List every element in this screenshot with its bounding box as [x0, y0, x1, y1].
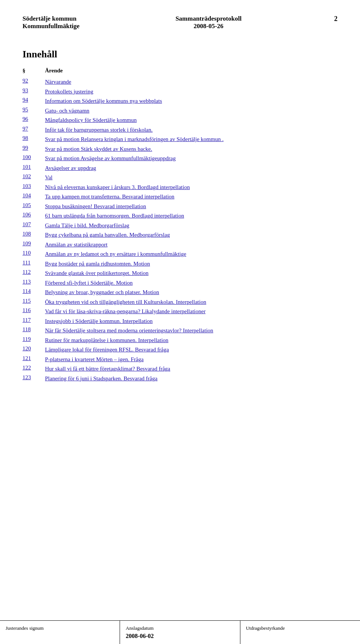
toc-item-num[interactable]: 113: [22, 279, 45, 285]
toc-item-text[interactable]: Närvarande: [45, 78, 338, 86]
toc-item-num[interactable]: 92: [22, 78, 45, 84]
toc-row: 123Planering för 6 juni i Stadsparken. B…: [22, 374, 338, 383]
toc-row: 105Stoppa busåkningen! Besvarad interpel…: [22, 202, 338, 211]
toc-item-text[interactable]: Inför tak för barngruppernas storlek i f…: [45, 126, 338, 134]
toc-item-text[interactable]: Öka tryggheten vid och tillgängligheten …: [45, 298, 338, 306]
toc-item-text[interactable]: Rutiner för markupplåtelse i kommunen. I…: [45, 336, 338, 345]
toc-item-text[interactable]: Svävande glastak över politikertorget. M…: [45, 269, 338, 278]
toc-item-text[interactable]: Stoppa busåkningen! Besvarad interpellat…: [45, 202, 338, 211]
toc-row: 110Anmälan av ny ledamot och ny ersättar…: [22, 250, 338, 258]
toc-item-num[interactable]: 123: [22, 374, 45, 381]
toc-row: 98Svar på motion Relansera kringlan i ma…: [22, 135, 338, 144]
toc-item-num[interactable]: 104: [22, 192, 45, 199]
toc-row: 119Rutiner för markupplåtelse i kommunen…: [22, 336, 338, 345]
toc-item-text[interactable]: Val: [45, 173, 338, 182]
toc-row: 111Bygg bostäder på gamla ridhustomten. …: [22, 260, 338, 268]
toc-row: 99Svar på motion Stärk skyddet av Kusens…: [22, 145, 338, 153]
toc-item-num[interactable]: 106: [22, 212, 45, 218]
toc-row: 117Instegsjobb i Södertälje kommun. Inte…: [22, 317, 338, 326]
toc-item-num[interactable]: 99: [22, 145, 45, 151]
toc-row: 10661 barn utslängda från barnomsorgen. …: [22, 212, 338, 220]
toc-item-text[interactable]: Instegsjobb i Södertälje kommun. Interpe…: [45, 317, 338, 326]
contents-column-headers: § Ärende: [22, 68, 338, 74]
toc-item-num[interactable]: 111: [22, 260, 45, 266]
toc-item-num[interactable]: 95: [22, 107, 45, 113]
toc-item-num[interactable]: 115: [22, 298, 45, 304]
toc-item-num[interactable]: 96: [22, 116, 45, 122]
toc-item-num[interactable]: 103: [22, 183, 45, 189]
col-header-num: §: [22, 68, 45, 74]
toc-row: 113Förbered sfi-lyftet i Södertälje. Mot…: [22, 279, 338, 287]
toc-row: 102Val: [22, 173, 338, 182]
toc-row: 93Protokollets justering: [22, 87, 338, 96]
page-number: 2: [334, 15, 338, 23]
toc-item-text[interactable]: Vad får vi för läsa-skriva-räkna-pengarn…: [45, 307, 338, 316]
toc-item-text[interactable]: Svar på motion Stärk skyddet av Kusens b…: [45, 145, 338, 153]
toc-item-num[interactable]: 112: [22, 269, 45, 275]
toc-item-num[interactable]: 122: [22, 365, 45, 371]
toc-item-num[interactable]: 121: [22, 355, 45, 362]
toc-item-text[interactable]: Avsägelser av uppdrag: [45, 164, 338, 173]
toc-item-num[interactable]: 105: [22, 202, 45, 209]
toc-item-text[interactable]: Anmälan av ny ledamot och ny ersättare i…: [45, 250, 338, 258]
toc-item-num[interactable]: 100: [22, 154, 45, 161]
toc-row: 120Lämpligare lokal för föreningen RFSL.…: [22, 345, 338, 354]
toc-item-text[interactable]: Bygg bostäder på gamla ridhustomten. Mot…: [45, 260, 338, 268]
toc-item-num[interactable]: 102: [22, 173, 45, 180]
toc-row: 114Belysning av broar, byggnader och pla…: [22, 288, 338, 297]
toc-item-num[interactable]: 117: [22, 317, 45, 323]
toc-item-num[interactable]: 98: [22, 135, 45, 141]
page-header: Södertälje kommun Kommunfullmäktige Samm…: [22, 15, 338, 30]
toc-item-num[interactable]: 118: [22, 326, 45, 333]
doc-date: 2008-05-26: [80, 23, 338, 30]
toc-item-text[interactable]: Förbered sfi-lyftet i Södertälje. Motion: [45, 279, 338, 287]
toc-item-text[interactable]: Nivå på elevernas kunskaper i årskurs 3.…: [45, 183, 338, 192]
page: 2 Södertälje kommun Kommunfullmäktige Sa…: [0, 0, 360, 644]
toc-row: 103Nivå på elevernas kunskaper i årskurs…: [22, 183, 338, 192]
toc-item-text[interactable]: Information om Södertälje kommuns nya we…: [45, 97, 338, 105]
footer-justsign-label: Justerandes signum: [6, 625, 114, 631]
toc-item-num[interactable]: 116: [22, 307, 45, 314]
toc-item-text[interactable]: Ta upp kampen mot transfetterna. Besvara…: [45, 192, 338, 201]
toc-row: 122Hur skall vi få ett bättre företagskl…: [22, 365, 338, 373]
toc-item-num[interactable]: 109: [22, 240, 45, 247]
toc-item-text[interactable]: Hur skall vi få ett bättre företagsklima…: [45, 365, 338, 373]
toc-item-text[interactable]: Bygg cykelbana på gamla banvallen. Medbo…: [45, 231, 338, 239]
toc-item-text[interactable]: Svar på motion Relansera kringlan i mark…: [45, 135, 338, 144]
toc-item-text[interactable]: Svar på motion Avsägelse av kommunfullmä…: [45, 154, 338, 163]
contents-title: Innehåll: [22, 49, 338, 60]
toc-item-text[interactable]: P-platserna i kvarteret Mörten – igen. F…: [45, 355, 338, 364]
toc-row: 100Svar på motion Avsägelse av kommunful…: [22, 154, 338, 163]
toc-item-num[interactable]: 94: [22, 97, 45, 103]
org-name: Södertälje kommun: [22, 15, 80, 23]
footer-justsign: Justerandes signum: [0, 621, 120, 644]
toc-item-num[interactable]: 108: [22, 231, 45, 237]
footer-utdrag-label: Utdragsbestyrkande: [246, 625, 354, 631]
footer-anslagsdatum-label: Anslagsdatum: [126, 625, 234, 631]
toc-row: 92Närvarande: [22, 78, 338, 86]
toc-item-text[interactable]: Anmälan av statistikrapport: [45, 240, 338, 249]
toc-item-num[interactable]: 93: [22, 87, 45, 94]
toc-item-num[interactable]: 97: [22, 126, 45, 132]
toc-item-num[interactable]: 110: [22, 250, 45, 256]
toc-item-num[interactable]: 119: [22, 336, 45, 342]
toc-item-text[interactable]: Planering för 6 juni i Stadsparken. Besv…: [45, 374, 338, 383]
toc-item-text[interactable]: Gamla Tälje i bild. Medborgarförslag: [45, 221, 338, 230]
toc-item-text[interactable]: Belysning av broar, byggnader och platse…: [45, 288, 338, 297]
toc-item-num[interactable]: 114: [22, 288, 45, 294]
toc-item-num[interactable]: 107: [22, 221, 45, 228]
toc-item-num[interactable]: 101: [22, 164, 45, 170]
toc-item-text[interactable]: Protokollets justering: [45, 87, 338, 96]
toc-item-text[interactable]: När får Södertälje stoltsera med moderna…: [45, 326, 338, 335]
toc-row: 118När får Södertälje stoltsera med mode…: [22, 326, 338, 335]
toc-item-text[interactable]: Lämpligare lokal för föreningen RFSL. Be…: [45, 345, 338, 354]
toc-item-text[interactable]: Mångfaldspolicy för Södertälje kommun: [45, 116, 338, 125]
toc-row: 116Vad får vi för läsa-skriva-räkna-peng…: [22, 307, 338, 316]
toc-row: 109Anmälan av statistikrapport: [22, 240, 338, 249]
header-center: Sammanträdesprotokoll 2008-05-26: [80, 15, 338, 30]
toc-row: 94Information om Södertälje kommuns nya …: [22, 97, 338, 105]
toc-row: 97Inför tak för barngruppernas storlek i…: [22, 126, 338, 134]
toc-item-text[interactable]: 61 barn utslängda från barnomsorgen. Bor…: [45, 212, 338, 220]
toc-item-text[interactable]: Gatu- och vägnamn: [45, 107, 338, 115]
toc-item-num[interactable]: 120: [22, 345, 45, 352]
